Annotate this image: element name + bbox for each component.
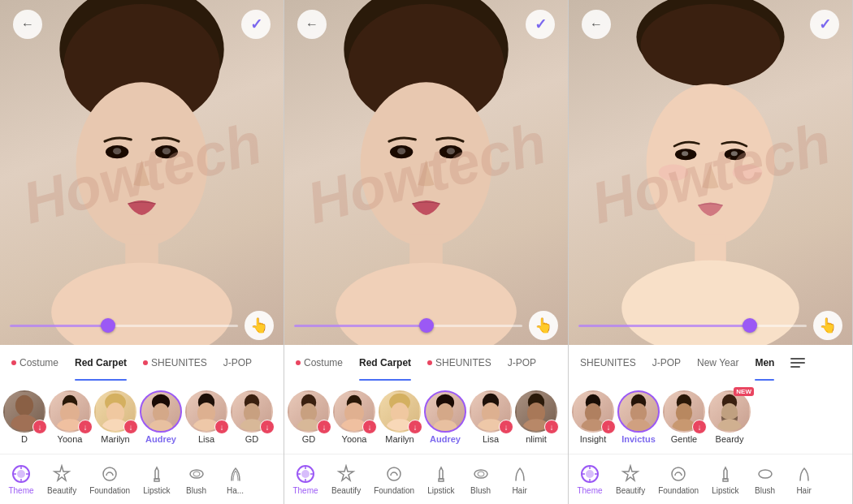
confirm-button-2[interactable]: ✓ <box>526 10 555 39</box>
tool-hair-3[interactable]: Hair <box>785 460 824 498</box>
tool-foundation-3[interactable]: Foundation <box>652 460 705 498</box>
face-area-2: Howtech ← ✓ 👆 <box>284 0 568 345</box>
hand-icon-3[interactable]: 👆 <box>813 311 842 340</box>
tool-theme-3[interactable]: Theme <box>570 460 609 498</box>
avatar-beardy-3[interactable]: NEW Beardy <box>708 390 751 444</box>
tool-foundation-2[interactable]: Foundation <box>367 460 421 498</box>
tool-label-blush-3: Blush <box>755 486 775 495</box>
avatar-yoona-2[interactable]: ↓ Yoona <box>333 390 375 444</box>
svg-point-73 <box>731 151 738 156</box>
tool-blush-1[interactable]: Blush <box>177 460 216 498</box>
avatar-lisa-1[interactable]: ↓ Lisa <box>185 390 227 444</box>
tool-beautify-1[interactable]: Beautify <box>41 460 83 498</box>
tool-hair-2[interactable]: Hair <box>500 460 539 498</box>
avatar-lisa-2[interactable]: ↓ Lisa <box>470 390 512 444</box>
confirm-button-3[interactable]: ✓ <box>810 10 839 39</box>
svg-point-68 <box>659 164 688 180</box>
slider-thumb-2[interactable] <box>419 318 434 333</box>
avatar-row-3: ↓ Insight Invictus ↓ Gentle <box>569 381 852 454</box>
confirm-button-1[interactable]: ✓ <box>241 10 271 39</box>
slider-thumb-3[interactable] <box>743 318 757 333</box>
avatar-row-2: ↓ GD ↓ Yoona ↓ Marilyn <box>284 381 568 454</box>
theme-icon-1 <box>11 463 32 485</box>
avatar-circle-insight-3: ↓ <box>572 390 614 433</box>
avatar-marilyn-1[interactable]: ↓ Marilyn <box>94 390 136 444</box>
download-badge-marilyn-1: ↓ <box>123 420 138 434</box>
slider-thumb-1[interactable] <box>101 318 115 333</box>
cat-costume-2[interactable]: Costume <box>288 345 351 381</box>
avatar-nlimit-2[interactable]: ↓ nlimit <box>515 390 557 444</box>
tool-lipstick-3[interactable]: Lipstick <box>705 460 745 498</box>
tool-blush-2[interactable]: Blush <box>461 460 500 498</box>
tool-label-theme-2: Theme <box>292 486 318 495</box>
slider-track-3[interactable] <box>578 325 807 327</box>
cat-redcarpet-1[interactable]: Red Carpet <box>67 345 135 381</box>
hand-icon-1[interactable]: 👆 <box>245 311 274 340</box>
cat-costume-1[interactable]: Costume <box>3 345 67 381</box>
tool-lipstick-2[interactable]: Lipstick <box>421 460 461 498</box>
avatar-audrey-1[interactable]: Audrey <box>140 390 182 444</box>
avatar-row-1: ↓ D ↓ Yoona ↓ Marilyn <box>0 381 284 454</box>
beautify-icon-2 <box>336 463 357 485</box>
cat-redcarpet-2[interactable]: Red Carpet <box>351 345 419 381</box>
tool-beautify-2[interactable]: Beautify <box>325 460 367 498</box>
category-tabs-1: Costume Red Carpet SHEUNITES J-POP <box>0 345 284 381</box>
tool-label-lipstick-1: Lipstick <box>143 486 170 495</box>
tool-beautify-3[interactable]: Beautify <box>609 460 652 498</box>
cat-newyear-3[interactable]: New Year <box>689 345 747 381</box>
avatar-label-gd-2: GD <box>302 434 316 444</box>
avatar-label-gd-1: GD <box>245 434 259 444</box>
slider-track-1[interactable] <box>10 325 238 327</box>
cat-sheunites-2[interactable]: SHEUNITES <box>419 345 500 381</box>
avatar-audrey-2[interactable]: Audrey <box>424 390 466 444</box>
menu-icon-3 <box>790 358 805 368</box>
avatar-insight-3[interactable]: ↓ Insight <box>572 390 614 444</box>
slider-fill-2 <box>294 325 426 327</box>
cat-jpop-1[interactable]: J-POP <box>215 345 260 381</box>
tool-label-theme-1: Theme <box>8 486 33 495</box>
cat-menu-3[interactable] <box>782 345 813 381</box>
lipstick-icon-1 <box>146 463 167 485</box>
tool-foundation-1[interactable]: Foundation <box>83 460 136 498</box>
bottom-toolbar-1: Theme Beautify Foundation Lipstick Blush <box>0 454 284 504</box>
top-nav-3: ← ✓ <box>569 10 852 39</box>
avatar-label-d-1: D <box>21 434 28 444</box>
avatar-gd-1[interactable]: ↓ GD <box>231 390 273 444</box>
svg-point-62 <box>478 472 484 476</box>
back-button-2[interactable]: ← <box>297 10 327 39</box>
svg-point-30 <box>193 472 200 476</box>
cat-sheunites-3[interactable]: SHEUNITES <box>572 345 644 381</box>
tool-theme-2[interactable]: Theme <box>286 460 325 498</box>
panel-3: Howtech ← ✓ 👆 SHEUNITES J-POP New Year M… <box>569 0 853 504</box>
back-button-3[interactable]: ← <box>582 10 611 39</box>
avatar-gd-2[interactable]: ↓ GD <box>288 390 330 444</box>
bottom-toolbar-3: Theme Beautify Foundation Lipstick Blush <box>569 454 852 504</box>
avatar-gentle-3[interactable]: ↓ Gentle <box>663 390 705 444</box>
slider-fill-3 <box>578 325 750 327</box>
hair-icon-1 <box>225 463 246 485</box>
avatar-circle-gd-1: ↓ <box>231 390 273 433</box>
tool-theme-1[interactable]: Theme <box>2 460 41 498</box>
avatar-yoona-1[interactable]: ↓ Yoona <box>49 390 91 444</box>
new-badge-beardy-3: NEW <box>734 387 754 396</box>
avatar-marilyn-2[interactable]: ↓ Marilyn <box>379 390 421 444</box>
svg-point-28 <box>103 467 116 480</box>
tool-lipstick-1[interactable]: Lipstick <box>136 460 176 498</box>
tool-label-blush-1: Blush <box>186 486 206 495</box>
avatar-label-yoona-1: Yoona <box>58 434 83 444</box>
svg-point-7 <box>113 148 121 154</box>
cat-jpop-2[interactable]: J-POP <box>500 345 544 381</box>
avatar-d-1[interactable]: ↓ D <box>3 390 45 444</box>
cat-sheunites-1[interactable]: SHEUNITES <box>135 345 215 381</box>
back-button-1[interactable]: ← <box>13 10 42 39</box>
cat-jpop-3[interactable]: J-POP <box>644 345 689 381</box>
face-portrait-1 <box>0 0 284 345</box>
tool-blush-3[interactable]: Blush <box>746 460 785 498</box>
tool-hair-1[interactable]: Ha... <box>216 460 255 498</box>
hand-icon-2[interactable]: 👆 <box>529 311 558 340</box>
avatar-invictus-3[interactable]: Invictus <box>617 390 660 444</box>
svg-point-69 <box>733 164 762 180</box>
slider-track-2[interactable] <box>294 325 522 327</box>
cat-men-3[interactable]: Men <box>747 345 782 381</box>
avatar-circle-yoona-1: ↓ <box>49 390 91 433</box>
